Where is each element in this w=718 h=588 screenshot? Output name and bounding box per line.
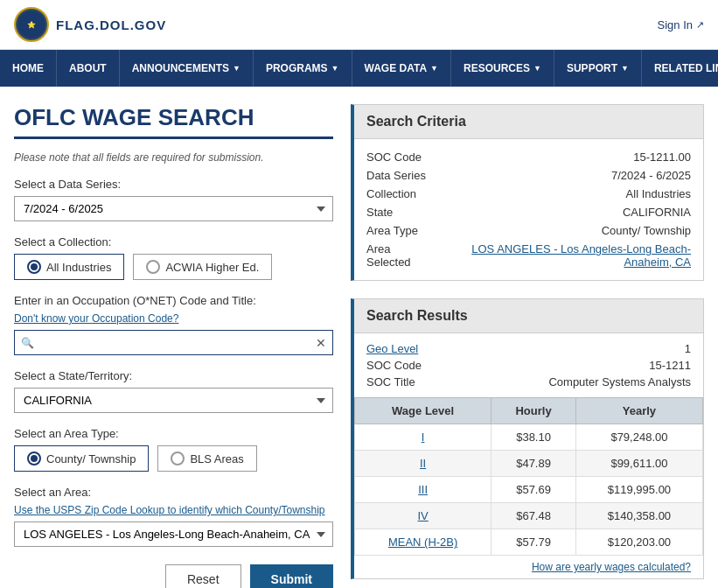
criteria-row-collection: Collection All Industries [366, 185, 691, 203]
area-type-group: Select an Area Type: County/ Township BL… [14, 427, 333, 472]
collection-group: Select a Collection: All Industries ACWI… [14, 235, 333, 280]
form-buttons: Reset Submit [14, 564, 333, 588]
criteria-label: Data Series [366, 169, 426, 182]
nav-announcements[interactable]: ANNOUNCEMENTS ▼ [120, 50, 254, 87]
col-wage-level: Wage Level [355, 398, 491, 424]
page-title: OFLC WAGE SEARCH [14, 104, 333, 131]
clear-icon[interactable]: ✕ [316, 336, 326, 350]
radio-icon [27, 260, 41, 274]
criteria-value: 15-1211.00 [633, 150, 691, 164]
area-type-option-label: BLS Areas [190, 452, 243, 466]
geo-level-link[interactable]: Geo Level [366, 342, 418, 355]
criteria-row-state: State CALIFORNIA [366, 203, 691, 221]
wage-level-cell[interactable]: III [355, 477, 491, 503]
hourly-cell: $47.89 [491, 451, 576, 477]
site-title: FLAG.DOL.GOV [56, 18, 166, 32]
data-series-label: Select a Data Series: [14, 178, 333, 191]
soc-title-label: SOC Title [366, 375, 415, 388]
yearly-cell: $140,358.00 [575, 503, 702, 529]
area-type-bls[interactable]: BLS Areas [157, 445, 256, 472]
criteria-row-area-type: Area Type County/ Township [366, 221, 691, 240]
criteria-row-series: Data Series 7/2024 - 6/2025 [366, 166, 691, 185]
signin-link[interactable]: Sign In ↗ [658, 18, 704, 32]
area-type-radio-row: County/ Township BLS Areas [14, 445, 333, 472]
data-series-select[interactable]: 7/2024 - 6/2025 [14, 196, 333, 221]
data-series-group: Select a Data Series: 7/2024 - 6/2025 [14, 178, 333, 221]
occupation-search-input[interactable]: 15-1211.00 — Computer Systems Analysts [14, 330, 333, 355]
chevron-down-icon: ▼ [533, 64, 541, 73]
criteria-label: Area Type [366, 224, 418, 237]
nav-related-links[interactable]: RELATED LINKS ▼ [642, 50, 718, 87]
yearly-cell: $99,611.00 [575, 451, 702, 477]
collection-acwia[interactable]: ACWIA Higher Ed. [133, 254, 272, 280]
nav-about[interactable]: ABOUT [57, 50, 120, 87]
external-link-icon: ↗ [696, 19, 704, 31]
soc-title-value: Computer Systems Analysts [548, 375, 691, 388]
nav-resources[interactable]: RESOURCES ▼ [451, 50, 554, 87]
main-container: OFLC WAGE SEARCH Please note that all fi… [0, 87, 718, 588]
radio-icon [27, 452, 41, 466]
left-panel: OFLC WAGE SEARCH Please note that all fi… [14, 104, 351, 588]
area-type-county[interactable]: County/ Township [14, 445, 149, 472]
search-results-box: Search Results Geo Level 1 SOC Code 15-1… [351, 298, 704, 579]
hourly-cell: $38.10 [491, 424, 576, 451]
results-meta-geo: Geo Level 1 [366, 340, 691, 357]
signin-label: Sign In [658, 18, 693, 32]
nav-support[interactable]: SUPPORT ▼ [554, 50, 642, 87]
soc-code-value: 15-1211 [649, 359, 691, 372]
right-panel: Search Criteria SOC Code 15-1211.00 Data… [351, 104, 704, 588]
yearly-calc-link[interactable]: How are yearly wages calculated? [354, 556, 703, 578]
search-icon: 🔍 [21, 337, 34, 349]
wage-table-row: MEAN (H-2B) $57.79 $120,203.00 [355, 529, 703, 556]
criteria-label: Collection [366, 187, 416, 200]
nav-wage-data[interactable]: WAGE DATA ▼ [352, 50, 451, 87]
reset-button[interactable]: Reset [165, 564, 241, 588]
search-criteria-header: Search Criteria [354, 105, 703, 139]
criteria-value: County/ Township [602, 224, 691, 237]
state-select[interactable]: CALIFORNIA [14, 388, 333, 413]
wage-table-row: IV $67.48 $140,358.00 [355, 503, 703, 529]
area-group: Select an Area: Use the USPS Zip Code Lo… [14, 486, 333, 547]
criteria-row-area-selected: Area Selected LOS ANGELES - Los Angeles-… [366, 240, 691, 271]
criteria-value: 7/2024 - 6/2025 [611, 169, 691, 182]
chevron-down-icon: ▼ [430, 64, 438, 73]
collection-radio-row: All Industries ACWIA Higher Ed. [14, 254, 333, 280]
wage-level-cell[interactable]: IV [355, 503, 491, 529]
area-label: Select an Area: [14, 486, 333, 499]
state-group: Select a State/Territory: CALIFORNIA [14, 369, 333, 413]
top-header: ⭐ FLAG.DOL.GOV Sign In ↗ [0, 0, 718, 50]
zip-lookup-link[interactable]: Use the USPS Zip Code Lookup to identify… [14, 504, 333, 516]
occupation-search-wrapper: 🔍 15-1211.00 — Computer Systems Analysts… [14, 330, 333, 355]
criteria-label: State [366, 206, 393, 219]
collection-all-industries[interactable]: All Industries [14, 254, 124, 280]
area-selected-link[interactable]: LOS ANGELES - Los Angeles-Long Beach-Ana… [431, 242, 691, 269]
hourly-cell: $67.48 [491, 503, 576, 529]
title-underline [14, 136, 333, 139]
criteria-value: CALIFORNIA [623, 206, 691, 219]
criteria-table: SOC Code 15-1211.00 Data Series 7/2024 -… [354, 139, 703, 280]
submit-button[interactable]: Submit [250, 564, 333, 588]
collection-label: Select a Collection: [14, 235, 333, 248]
collection-option-label: ACWIA Higher Ed. [165, 261, 259, 274]
nav-programs[interactable]: PROGRAMS ▼ [254, 50, 352, 87]
criteria-label: Area Selected [366, 242, 431, 269]
main-nav: HOME ABOUT ANNOUNCEMENTS ▼ PROGRAMS ▼ WA… [0, 50, 718, 87]
criteria-value: All Industries [626, 187, 691, 200]
logo-area: ⭐ FLAG.DOL.GOV [14, 7, 166, 42]
area-select[interactable]: LOS ANGELES - Los Angeles-Long Beach-Ana… [14, 522, 333, 547]
yearly-cell: $119,995.00 [575, 477, 702, 503]
chevron-down-icon: ▼ [233, 64, 240, 73]
wage-level-cell[interactable]: II [355, 451, 491, 477]
chevron-down-icon: ▼ [621, 64, 629, 73]
nav-home[interactable]: HOME [0, 50, 57, 87]
radio-icon [146, 260, 160, 274]
results-meta-title: SOC Title Computer Systems Analysts [366, 374, 691, 390]
collection-option-label: All Industries [46, 261, 111, 274]
wage-level-cell[interactable]: MEAN (H-2B) [355, 529, 491, 556]
wage-level-cell[interactable]: I [355, 424, 491, 451]
search-criteria-box: Search Criteria SOC Code 15-1211.00 Data… [351, 104, 704, 281]
dont-know-occupation-link[interactable]: Don't know your Occupation Code? [14, 312, 333, 325]
criteria-row-soc: SOC Code 15-1211.00 [366, 148, 691, 166]
dol-logo: ⭐ [14, 7, 49, 42]
hourly-cell: $57.79 [491, 529, 576, 556]
